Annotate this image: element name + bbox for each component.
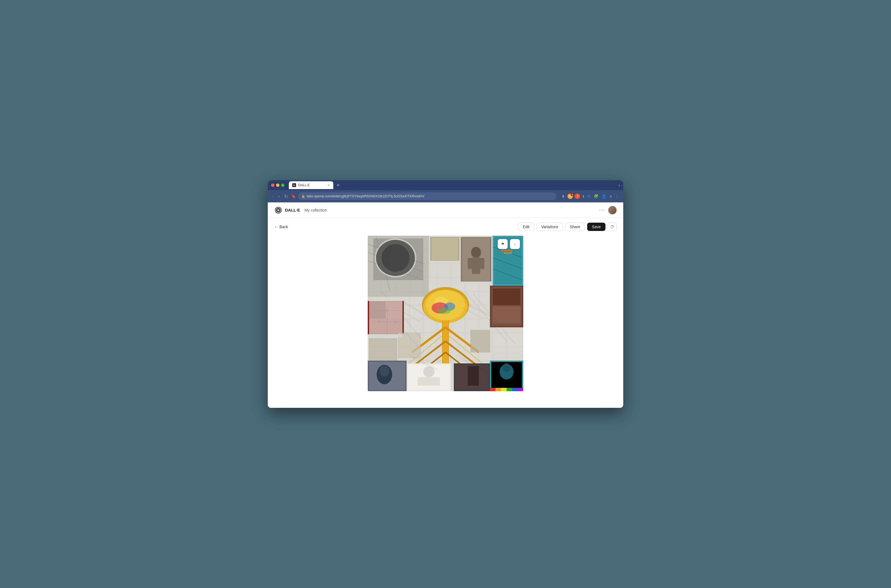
menu-icon[interactable]: ⋮ xyxy=(615,193,620,200)
url-bar[interactable]: 🔒 labs.openai.com/e/xkir1gtKjP72IYkwybR5… xyxy=(298,192,557,200)
browser-tab[interactable]: D DALL·E ✕ xyxy=(289,181,333,189)
header-actions: ··· xyxy=(599,206,617,214)
puzzle-icon[interactable]: 🧩 xyxy=(593,193,599,200)
tab-title: DALL·E xyxy=(298,183,310,187)
history-icon: ⏱ xyxy=(610,225,614,229)
history-button[interactable]: ⏱ xyxy=(608,222,617,231)
app-name: DALL·E xyxy=(285,208,300,212)
close-button[interactable] xyxy=(271,183,274,187)
svg-point-79 xyxy=(502,363,511,372)
back-nav-button[interactable]: ‹ xyxy=(271,193,275,200)
title-bar: D DALL·E ✕ + › xyxy=(268,180,623,190)
svg-rect-34 xyxy=(472,257,480,274)
svg-point-26 xyxy=(382,244,409,272)
main-content: ← Back Edit Variations Share Save ⏱ xyxy=(268,218,623,408)
svg-rect-94 xyxy=(506,388,512,391)
svg-point-114 xyxy=(378,321,379,322)
svg-rect-96 xyxy=(518,388,523,391)
action-toolbar: ← Back Edit Variations Share Save ⏱ xyxy=(268,218,623,236)
svg-rect-109 xyxy=(369,297,403,337)
shield-badge: 1 xyxy=(571,193,574,196)
svg-rect-108 xyxy=(431,238,458,260)
svg-point-33 xyxy=(471,247,481,258)
svg-rect-46 xyxy=(493,288,520,305)
svg-rect-87 xyxy=(418,377,440,386)
info-browser-icon[interactable]: ℹ xyxy=(582,193,585,200)
image-overlay-buttons: ⚑ ↓ xyxy=(498,239,520,249)
flag-icon: ⚑ xyxy=(501,242,505,246)
more-options-button[interactable]: ··· xyxy=(599,207,605,213)
svg-rect-93 xyxy=(501,388,506,391)
browser-actions: ⬇ 🛡 1 ! ℹ G 🧩 👤 ≡ ⋮ xyxy=(561,193,620,200)
svg-rect-69 xyxy=(369,338,397,361)
svg-rect-35 xyxy=(468,258,472,269)
svg-rect-95 xyxy=(512,388,518,391)
lines-icon[interactable]: ≡ xyxy=(609,193,613,200)
forward-nav-button[interactable]: › xyxy=(277,193,281,200)
alert-browser-icon[interactable]: ! xyxy=(575,194,580,199)
refresh-button[interactable]: ↻ xyxy=(283,193,289,200)
tab-chevron-icon[interactable]: › xyxy=(619,183,620,188)
back-button[interactable]: ← Back xyxy=(274,225,288,229)
image-area: ⚑ ↓ › xyxy=(268,236,623,408)
openai-logo-icon xyxy=(274,206,282,214)
svg-rect-36 xyxy=(480,258,484,269)
mac-window: D DALL·E ✕ + › ‹ › ↻ 🔖 🔒 labs.openai.com… xyxy=(268,180,623,408)
traffic-lights xyxy=(271,183,284,187)
flag-button[interactable]: ⚑ xyxy=(498,239,508,249)
svg-rect-47 xyxy=(493,306,520,323)
svg-point-115 xyxy=(395,321,396,322)
svg-point-86 xyxy=(423,366,434,377)
app-content: DALL·E My collection ··· ← Back Edit Var… xyxy=(268,202,623,408)
user-avatar[interactable] xyxy=(608,206,617,214)
new-tab-button[interactable]: + xyxy=(334,182,342,188)
svg-point-58 xyxy=(437,308,451,314)
address-bar: ‹ › ↻ 🔖 🔒 labs.openai.com/e/xkir1gtKjP72… xyxy=(268,190,623,202)
dalle-image xyxy=(368,236,523,391)
image-container: ⚑ ↓ xyxy=(368,236,523,391)
toolbar-right: Edit Variations Share Save ⏱ xyxy=(518,222,617,231)
google-icon[interactable]: G xyxy=(587,194,591,199)
download-icon: ↓ xyxy=(514,242,516,246)
shield-browser-icon[interactable]: 🛡 1 xyxy=(568,194,573,199)
edit-button[interactable]: Edit xyxy=(518,223,534,231)
svg-rect-92 xyxy=(496,388,501,391)
download-browser-icon[interactable]: ⬇ xyxy=(561,193,566,200)
tab-area: D DALL·E ✕ + xyxy=(289,181,616,189)
app-logo: DALL·E xyxy=(274,206,300,214)
svg-rect-90 xyxy=(468,366,479,386)
save-button[interactable]: Save xyxy=(587,223,606,231)
svg-rect-43 xyxy=(504,252,512,254)
svg-rect-91 xyxy=(490,388,496,391)
variations-button[interactable]: Variations xyxy=(536,223,563,231)
url-text: labs.openai.com/e/xkir1gtKjP72IYkwybR5GN… xyxy=(307,194,553,198)
svg-point-83 xyxy=(379,366,389,377)
profile-icon[interactable]: 👤 xyxy=(601,193,607,200)
tab-favicon: D xyxy=(292,183,296,187)
minimize-button[interactable] xyxy=(276,183,279,187)
app-header: DALL·E My collection ··· xyxy=(268,202,623,218)
share-button[interactable]: Share xyxy=(565,223,585,231)
tab-close-icon[interactable]: ✕ xyxy=(328,183,330,187)
maximize-button[interactable] xyxy=(281,183,284,187)
svg-rect-42 xyxy=(501,250,512,252)
svg-rect-71 xyxy=(470,330,490,352)
download-button[interactable]: ↓ xyxy=(510,239,520,249)
bookmark-button[interactable]: 🔖 xyxy=(291,194,296,198)
my-collection-link[interactable]: My collection xyxy=(304,208,327,212)
lock-icon: 🔒 xyxy=(301,195,305,198)
